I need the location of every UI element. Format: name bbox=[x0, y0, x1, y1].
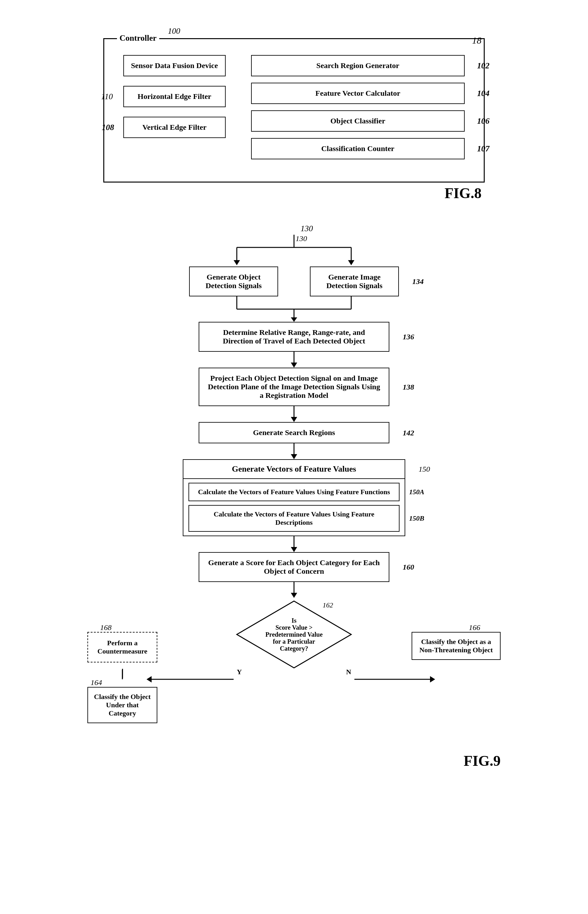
fig9-box-project: Project Each Object Detection Signal on … bbox=[199, 368, 389, 406]
fig9-ref-136: 136 bbox=[403, 333, 414, 341]
fig8-box-object-classifier: Object Classifier 106 bbox=[251, 110, 465, 132]
svg-text:Score Value >: Score Value > bbox=[276, 624, 313, 631]
fig8-box-vertical: 108 Vertical Edge Filter bbox=[123, 117, 226, 138]
fig9-arrow4 bbox=[284, 536, 304, 552]
fig9-box-score: Generate a Score for Each Object Categor… bbox=[199, 552, 389, 582]
fig8-box-classification-counter: Classification Counter 107 bbox=[251, 138, 465, 159]
fig9-arrow1 bbox=[284, 352, 304, 368]
fig9-box-vectors-group: Generate Vectors of Feature Values Calcu… bbox=[183, 459, 405, 536]
fig9-ref-168: 168 bbox=[100, 623, 111, 632]
svg-marker-32 bbox=[430, 676, 435, 683]
svg-marker-17 bbox=[291, 454, 297, 459]
fig8-ref-102: 102 bbox=[477, 61, 489, 71]
fig9-arrow5 bbox=[284, 582, 304, 598]
fig8-controller-label: Controller bbox=[117, 33, 159, 43]
fig9-ref-134: 134 bbox=[412, 277, 424, 286]
fig9-arrow2 bbox=[284, 406, 304, 422]
fig8-ref-106: 106 bbox=[477, 116, 489, 126]
svg-marker-3 bbox=[234, 260, 240, 265]
fig8-box-horizontal: Horizontal Edge Filter bbox=[123, 86, 226, 107]
fig9-bottom-lines bbox=[87, 670, 501, 733]
fig9-box-determine: Determine Relative Range, Range-rate, an… bbox=[199, 322, 389, 352]
fig9-vectors-b: Calculate the Vectors of Feature Values … bbox=[189, 505, 399, 532]
fig9-split-arrow: 130 bbox=[183, 235, 405, 267]
svg-text:Predetermined Value: Predetermined Value bbox=[265, 631, 323, 638]
fig9-ref-160: 160 bbox=[403, 563, 414, 571]
fig9-vectors-a: Calculate the Vectors of Feature Values … bbox=[189, 483, 399, 501]
page: 18 Controller 100 110 Sensor Data Fusion… bbox=[0, 0, 588, 914]
fig9-box-generate-object: Generate Object Detection Signals bbox=[189, 267, 278, 296]
svg-marker-11 bbox=[291, 317, 297, 322]
fig9-bottom-section: 168 Perform a Countermeasure 164 Classif… bbox=[87, 598, 501, 676]
svg-text:Category?: Category? bbox=[280, 645, 308, 652]
svg-marker-21 bbox=[291, 593, 297, 598]
fig9-arrow3 bbox=[284, 443, 304, 459]
fig8-ref-107: 107 bbox=[477, 144, 489, 154]
fig8-ref-108: 108 bbox=[102, 123, 114, 132]
fig9-ref-166: 166 bbox=[469, 623, 501, 632]
fig9-diamond-svg: Is Score Value > Predetermined Value for… bbox=[234, 598, 354, 671]
svg-text:for a Particular: for a Particular bbox=[273, 638, 315, 645]
fig9-ref-150b: 150B bbox=[409, 514, 424, 523]
fig9-name: FIG.9 bbox=[87, 752, 501, 769]
svg-marker-13 bbox=[291, 362, 297, 368]
fig9-ref-130: 130 bbox=[300, 224, 313, 233]
fig8-border: Controller 100 110 Sensor Data Fusion De… bbox=[103, 38, 485, 183]
svg-text:Is: Is bbox=[291, 617, 297, 624]
svg-marker-5 bbox=[348, 260, 354, 265]
fig9-diamond-area: Is Score Value > Predetermined Value for… bbox=[234, 598, 354, 676]
fig9-container: 130 130 Generate O bbox=[87, 224, 501, 769]
svg-text:130: 130 bbox=[296, 235, 307, 243]
fig8-name: FIG.8 bbox=[445, 185, 481, 202]
svg-text:162: 162 bbox=[323, 601, 333, 609]
fig8-box-sensor: Sensor Data Fusion Device bbox=[123, 55, 226, 76]
fig8-ref-104: 104 bbox=[477, 89, 489, 98]
fig8-box-search-region: Search Region Generator 102 bbox=[251, 55, 465, 76]
fig9-vectors-title: Generate Vectors of Feature Values bbox=[183, 460, 405, 479]
fig9-box-generate-image: Generate Image Detection Signals 134 bbox=[310, 267, 399, 296]
fig9-ref-150: 150 bbox=[418, 465, 430, 474]
fig8-ref-100: 100 bbox=[168, 26, 180, 36]
svg-marker-30 bbox=[147, 676, 152, 683]
svg-marker-15 bbox=[291, 417, 297, 422]
fig9-ref-150a: 150A bbox=[409, 488, 424, 496]
fig9-ref-138: 138 bbox=[403, 383, 414, 391]
fig9-box-search-regions: Generate Search Regions 142 bbox=[199, 422, 389, 443]
fig9-dashed-box: Perform a Countermeasure bbox=[87, 632, 157, 662]
fig9-merge-arrow bbox=[183, 296, 405, 322]
fig8-box-feature-vector: Feature Vector Calculator 104 bbox=[251, 83, 465, 104]
fig9-connection-lines bbox=[87, 670, 501, 733]
fig9-ref-142: 142 bbox=[403, 429, 414, 437]
fig9-classify-right-box: Classify the Object as a Non-Threatening… bbox=[412, 632, 501, 660]
svg-marker-19 bbox=[291, 547, 297, 552]
fig8-ref-110: 110 bbox=[101, 92, 113, 102]
fig9-right-branch: 166 Classify the Object as a Non-Threate… bbox=[412, 623, 501, 660]
